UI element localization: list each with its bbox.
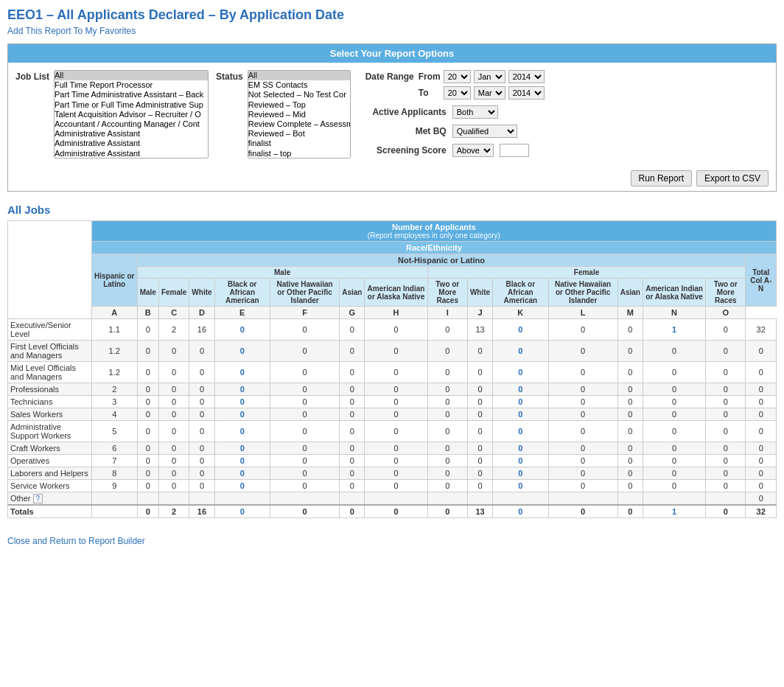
col-i-header: White — [467, 279, 492, 307]
status-select[interactable]: AllEM SS ContactsNot Selected – No Test … — [248, 70, 351, 158]
page-title: EEO1 – All Applicants Declared – By Appl… — [7, 7, 777, 23]
from-year-select[interactable]: 2014 — [508, 70, 545, 83]
table-row: Sales Workers — [8, 408, 92, 421]
col-f-header: Asian — [340, 279, 365, 307]
table-row: First Level Officials and Managers — [8, 341, 92, 362]
col-i-letter: I — [427, 307, 467, 319]
job-categories-header: Job Categories — [8, 221, 92, 319]
col-m-header: American Indian or Alaska Native — [643, 279, 705, 307]
date-range-group: Date Range From 20 JanFebMar 2014 — [365, 70, 545, 100]
col-f-letter: F — [270, 307, 339, 319]
met-bq-select[interactable]: QualifiedNot QualifiedBoth — [452, 125, 517, 138]
report-options-header: Select Your Report Options — [8, 44, 776, 63]
met-bq-row: Met BQ QualifiedNot QualifiedBoth — [365, 125, 545, 138]
table-row: Laborers and Helpers — [8, 467, 92, 480]
screening-score-above-select[interactable]: AboveBelowEqual — [452, 144, 494, 157]
active-applicants-label: Active Applicants — [365, 107, 447, 117]
table-row: Totals — [8, 505, 92, 518]
table-row: Executive/Senior Level — [8, 319, 92, 341]
active-applicants-select[interactable]: BothActiveInactive — [452, 105, 498, 119]
col-c-header: White — [189, 279, 214, 307]
status-group: Status AllEM SS ContactsNot Selected – N… — [216, 70, 351, 158]
male-group-header: Male — [137, 267, 427, 279]
table-row: Other ? — [8, 492, 92, 506]
col-d-letter: D — [189, 307, 214, 319]
from-day-select[interactable]: 20 — [444, 70, 471, 83]
race-ethnicity-header: Race/Ethnicity — [91, 242, 776, 254]
female-group-header: Female — [427, 267, 746, 279]
screening-score-label: Screening Score — [365, 145, 447, 156]
add-favorites-link[interactable]: Add This Report To My Favorites — [7, 26, 136, 36]
from-label: From — [419, 72, 441, 82]
run-report-button[interactable]: Run Report — [631, 170, 692, 186]
number-of-applicants-header: Number of Applicants (Report employees i… — [91, 221, 776, 242]
buttons-row: Run Report Export to CSV — [8, 166, 776, 191]
close-return-link[interactable]: Close and Return to Report Builder — [7, 536, 145, 546]
col-n-letter: N — [643, 307, 705, 319]
to-label: To — [419, 88, 441, 98]
all-jobs-title: All Jobs — [7, 203, 777, 216]
to-day-select[interactable]: 20 — [444, 86, 471, 100]
col-c-letter: C — [158, 307, 189, 319]
col-g-letter: G — [340, 307, 365, 319]
col-o-letter: O — [706, 307, 746, 319]
col-h-header: Two or More Races — [427, 279, 467, 307]
screening-score-input[interactable] — [500, 144, 529, 157]
col-l-letter: L — [548, 307, 617, 319]
col-h-letter: H — [365, 307, 427, 319]
job-list-select[interactable]: AllFull Time Report ProcessorPart Time A… — [54, 70, 209, 158]
col-e-letter: E — [214, 307, 270, 319]
job-list-label: Job List — [15, 72, 49, 82]
to-month-select[interactable]: MarJanFeb — [474, 86, 505, 100]
screening-score-row: Screening Score AboveBelowEqual — [365, 144, 545, 157]
table-row: Administrative Support Workers — [8, 421, 92, 442]
col-a-header: Male — [137, 279, 158, 307]
col-b-letter: B — [137, 307, 158, 319]
col-k-header: Native Hawaiian or Other Pacific Islande… — [548, 279, 617, 307]
table-row: Craft Workers — [8, 442, 92, 455]
col-a-letter: A — [91, 307, 137, 319]
met-bq-label: Met BQ — [365, 126, 447, 136]
col-d-header: Black or African American — [214, 279, 270, 307]
col-j-letter: J — [467, 307, 492, 319]
col-g-header: American Indian or Alaska Native — [365, 279, 427, 307]
table-row: Service Workers — [8, 480, 92, 492]
active-applicants-row: Active Applicants BothActiveInactive — [365, 105, 545, 119]
col-m-letter: M — [617, 307, 643, 319]
not-hispanic-header: Not-Hispanic or Latino — [137, 254, 746, 267]
table-row: Technicians — [8, 396, 92, 408]
from-month-select[interactable]: JanFebMar — [474, 70, 505, 83]
to-year-select[interactable]: 2014 — [508, 86, 545, 100]
report-options-panel: Select Your Report Options Job List AllF… — [7, 43, 777, 192]
col-n-header: Two or More Races — [706, 279, 746, 307]
hispanic-header: Hispanic or Latino — [91, 254, 137, 307]
table-row: Operatives — [8, 455, 92, 467]
col-b-header: Female — [158, 279, 189, 307]
col-j-header: Black or African American — [493, 279, 548, 307]
table-row: Mid Level Officials and Managers — [8, 362, 92, 383]
eeo-table: Job Categories Number of Applicants (Rep… — [7, 220, 777, 518]
total-col-header: Total Col A-N — [746, 254, 777, 307]
col-l-header: Asian — [617, 279, 643, 307]
export-csv-button[interactable]: Export to CSV — [696, 170, 769, 186]
date-range-label: Date Range — [365, 72, 414, 82]
table-row: Professionals — [8, 383, 92, 396]
status-label: Status — [216, 72, 243, 82]
col-k-letter: K — [493, 307, 548, 319]
col-e-header: Native Hawaiian or Other Pacific Islande… — [270, 279, 339, 307]
job-list-group: Job List AllFull Time Report ProcessorPa… — [15, 70, 209, 158]
